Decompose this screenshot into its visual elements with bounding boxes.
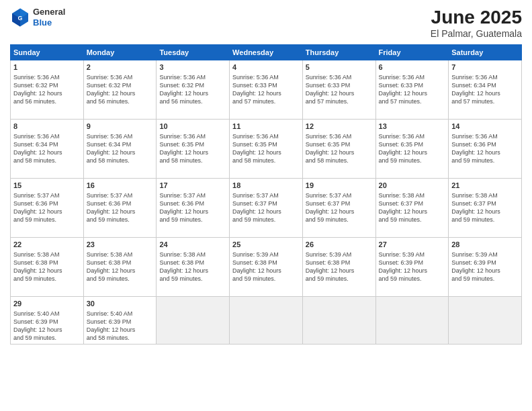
calendar-week-row: 22Sunrise: 5:38 AMSunset: 6:38 PMDayligh… <box>11 238 522 297</box>
table-row: 7Sunrise: 5:36 AMSunset: 6:34 PMDaylight… <box>449 60 522 120</box>
page: G General Blue June 2025 El Palmar, Guat… <box>0 0 532 411</box>
table-row: 28Sunrise: 5:39 AMSunset: 6:39 PMDayligh… <box>449 238 522 297</box>
day-number: 28 <box>451 240 519 250</box>
table-row: 20Sunrise: 5:38 AMSunset: 6:37 PMDayligh… <box>375 179 449 238</box>
day-info: Sunrise: 5:36 AMSunset: 6:34 PMDaylight:… <box>451 73 519 106</box>
table-row: 17Sunrise: 5:37 AMSunset: 6:36 PMDayligh… <box>157 179 230 238</box>
col-saturday: Saturday <box>449 45 522 60</box>
table-row: 11Sunrise: 5:36 AMSunset: 6:35 PMDayligh… <box>230 120 303 179</box>
table-row: 21Sunrise: 5:38 AMSunset: 6:37 PMDayligh… <box>449 179 522 238</box>
title-area: June 2025 El Palmar, Guatemala <box>431 7 522 39</box>
day-info: Sunrise: 5:36 AMSunset: 6:35 PMDaylight:… <box>379 132 446 165</box>
calendar-week-row: 29Sunrise: 5:40 AMSunset: 6:39 PMDayligh… <box>11 297 522 345</box>
calendar-table: Sunday Monday Tuesday Wednesday Thursday… <box>10 44 522 345</box>
table-row: 6Sunrise: 5:36 AMSunset: 6:33 PMDaylight… <box>375 60 449 120</box>
day-number: 24 <box>159 240 226 250</box>
table-row: 18Sunrise: 5:37 AMSunset: 6:37 PMDayligh… <box>230 179 303 238</box>
table-row <box>449 297 522 345</box>
table-row: 30Sunrise: 5:40 AMSunset: 6:39 PMDayligh… <box>83 297 157 345</box>
logo-line2: Blue <box>33 17 65 28</box>
header: G General Blue June 2025 El Palmar, Guat… <box>10 7 522 39</box>
logo: G General Blue <box>10 7 65 28</box>
day-info: Sunrise: 5:40 AMSunset: 6:39 PMDaylight:… <box>87 310 154 342</box>
day-number: 12 <box>306 122 373 132</box>
day-info: Sunrise: 5:40 AMSunset: 6:39 PMDaylight:… <box>13 310 81 342</box>
logo-line1: General <box>33 7 65 17</box>
day-info: Sunrise: 5:39 AMSunset: 6:39 PMDaylight:… <box>379 250 446 283</box>
table-row: 27Sunrise: 5:39 AMSunset: 6:39 PMDayligh… <box>375 238 449 297</box>
table-row: 10Sunrise: 5:36 AMSunset: 6:35 PMDayligh… <box>157 120 230 179</box>
calendar-week-row: 15Sunrise: 5:37 AMSunset: 6:36 PMDayligh… <box>11 179 522 238</box>
table-row: 23Sunrise: 5:38 AMSunset: 6:38 PMDayligh… <box>83 238 157 297</box>
day-number: 21 <box>451 181 519 191</box>
table-row: 1Sunrise: 5:36 AMSunset: 6:32 PMDaylight… <box>11 60 84 120</box>
col-monday: Monday <box>83 45 157 60</box>
day-info: Sunrise: 5:37 AMSunset: 6:36 PMDaylight:… <box>159 191 226 224</box>
day-info: Sunrise: 5:36 AMSunset: 6:34 PMDaylight:… <box>87 132 154 165</box>
day-info: Sunrise: 5:36 AMSunset: 6:32 PMDaylight:… <box>13 73 81 106</box>
day-number: 11 <box>232 122 300 132</box>
day-number: 3 <box>159 62 226 73</box>
day-number: 22 <box>13 240 81 250</box>
day-number: 27 <box>379 240 446 250</box>
table-row: 19Sunrise: 5:37 AMSunset: 6:37 PMDayligh… <box>302 179 375 238</box>
day-number: 13 <box>379 122 446 132</box>
day-info: Sunrise: 5:38 AMSunset: 6:37 PMDaylight:… <box>379 191 446 224</box>
table-row: 12Sunrise: 5:36 AMSunset: 6:35 PMDayligh… <box>302 120 375 179</box>
day-info: Sunrise: 5:38 AMSunset: 6:37 PMDaylight:… <box>451 191 519 224</box>
day-number: 15 <box>13 181 81 191</box>
day-info: Sunrise: 5:37 AMSunset: 6:37 PMDaylight:… <box>306 191 373 224</box>
day-number: 16 <box>87 181 154 191</box>
day-number: 1 <box>13 62 81 73</box>
logo-icon: G <box>10 7 30 28</box>
table-row: 9Sunrise: 5:36 AMSunset: 6:34 PMDaylight… <box>83 120 157 179</box>
day-number: 25 <box>232 240 300 250</box>
day-number: 10 <box>159 122 226 132</box>
table-row: 14Sunrise: 5:36 AMSunset: 6:36 PMDayligh… <box>449 120 522 179</box>
day-number: 23 <box>87 240 154 250</box>
day-info: Sunrise: 5:36 AMSunset: 6:35 PMDaylight:… <box>306 132 373 165</box>
day-number: 20 <box>379 181 446 191</box>
day-info: Sunrise: 5:38 AMSunset: 6:38 PMDaylight:… <box>13 250 81 283</box>
day-info: Sunrise: 5:39 AMSunset: 6:39 PMDaylight:… <box>451 250 519 283</box>
col-friday: Friday <box>375 45 449 60</box>
day-number: 19 <box>306 181 373 191</box>
day-number: 4 <box>232 62 300 73</box>
table-row <box>302 297 375 345</box>
table-row: 2Sunrise: 5:36 AMSunset: 6:32 PMDaylight… <box>83 60 157 120</box>
table-row: 4Sunrise: 5:36 AMSunset: 6:33 PMDaylight… <box>230 60 303 120</box>
day-info: Sunrise: 5:37 AMSunset: 6:36 PMDaylight:… <box>13 191 81 224</box>
day-number: 30 <box>87 299 154 309</box>
table-row: 3Sunrise: 5:36 AMSunset: 6:32 PMDaylight… <box>157 60 230 120</box>
table-row <box>157 297 230 345</box>
day-info: Sunrise: 5:36 AMSunset: 6:35 PMDaylight:… <box>232 132 300 165</box>
day-info: Sunrise: 5:38 AMSunset: 6:38 PMDaylight:… <box>87 250 154 283</box>
col-tuesday: Tuesday <box>157 45 230 60</box>
day-info: Sunrise: 5:39 AMSunset: 6:38 PMDaylight:… <box>306 250 373 283</box>
svg-text:G: G <box>17 14 22 21</box>
day-number: 26 <box>306 240 373 250</box>
table-row <box>375 297 449 345</box>
col-wednesday: Wednesday <box>230 45 303 60</box>
table-row: 16Sunrise: 5:37 AMSunset: 6:36 PMDayligh… <box>83 179 157 238</box>
day-info: Sunrise: 5:39 AMSunset: 6:38 PMDaylight:… <box>232 250 300 283</box>
table-row: 29Sunrise: 5:40 AMSunset: 6:39 PMDayligh… <box>11 297 84 345</box>
table-row: 22Sunrise: 5:38 AMSunset: 6:38 PMDayligh… <box>11 238 84 297</box>
table-row: 15Sunrise: 5:37 AMSunset: 6:36 PMDayligh… <box>11 179 84 238</box>
calendar-week-row: 8Sunrise: 5:36 AMSunset: 6:34 PMDaylight… <box>11 120 522 179</box>
table-row: 26Sunrise: 5:39 AMSunset: 6:38 PMDayligh… <box>302 238 375 297</box>
table-row: 5Sunrise: 5:36 AMSunset: 6:33 PMDaylight… <box>302 60 375 120</box>
day-number: 8 <box>13 122 81 132</box>
day-info: Sunrise: 5:36 AMSunset: 6:34 PMDaylight:… <box>13 132 81 165</box>
table-row: 8Sunrise: 5:36 AMSunset: 6:34 PMDaylight… <box>11 120 84 179</box>
day-number: 14 <box>451 122 519 132</box>
day-number: 18 <box>232 181 300 191</box>
col-thursday: Thursday <box>302 45 375 60</box>
day-number: 6 <box>379 62 446 73</box>
day-info: Sunrise: 5:36 AMSunset: 6:36 PMDaylight:… <box>451 132 519 165</box>
day-info: Sunrise: 5:36 AMSunset: 6:33 PMDaylight:… <box>379 73 446 106</box>
day-number: 29 <box>13 299 81 309</box>
day-info: Sunrise: 5:36 AMSunset: 6:32 PMDaylight:… <box>159 73 226 106</box>
table-row: 24Sunrise: 5:38 AMSunset: 6:38 PMDayligh… <box>157 238 230 297</box>
day-info: Sunrise: 5:37 AMSunset: 6:36 PMDaylight:… <box>87 191 154 224</box>
